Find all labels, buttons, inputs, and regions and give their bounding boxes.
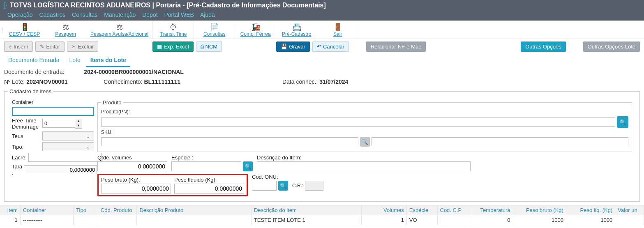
edit-label: Editar xyxy=(46,44,60,50)
ribbon-pesagem-avulsa[interactable]: ⚖Pesagem Avulsa/Adicional xyxy=(86,21,153,39)
rel-nfe-button[interactable]: Relacionar NF-e Mãe xyxy=(366,41,426,52)
codonu-input[interactable] xyxy=(252,181,277,191)
sku-desc-input[interactable] xyxy=(372,137,629,146)
ribbon-precadastro-label: Pré-Cadastro xyxy=(280,31,313,37)
spinner-up-icon[interactable]: ▲ xyxy=(75,119,82,124)
ribbon-pesagem[interactable]: ⚖Pesagem xyxy=(45,21,86,39)
export-excel-button[interactable]: ▦Exp. Excel xyxy=(152,41,193,52)
pesobruto-input[interactable] xyxy=(101,184,171,193)
col-cod-cp[interactable]: Cod. C.P xyxy=(438,205,473,215)
ribbon-consultas[interactable]: 📄Consultas xyxy=(194,21,235,39)
freetime-spinner[interactable]: ▲▼ xyxy=(42,119,82,129)
menu-cadastros[interactable]: Cadastros xyxy=(39,12,65,18)
col-especie[interactable]: Espécie xyxy=(407,205,438,215)
tag-icon: ⎙ xyxy=(201,44,204,50)
tab-documento-entrada[interactable]: Documento Entrada xyxy=(4,54,64,67)
cell-pl: 1000 xyxy=(566,215,615,225)
delete-button[interactable]: ✂Excluir xyxy=(67,41,98,52)
card-icon: 📇 xyxy=(280,23,313,31)
col-container[interactable]: Container xyxy=(21,205,74,215)
pesoliq-input[interactable] xyxy=(174,184,244,193)
lacre-input[interactable] xyxy=(28,153,102,162)
peso-highlight-box: Peso bruto (Kg): Peso líquido (Kg): xyxy=(97,174,248,196)
title-bar: [· TOTVS LOGÍSTICA RECINTOS ADUANEIROS |… xyxy=(0,0,644,11)
tab-lote[interactable]: Lote xyxy=(65,54,85,67)
menu-consultas[interactable]: Consultas xyxy=(72,12,97,18)
delete-label: Excluir xyxy=(78,44,94,50)
scissors-icon: ✂ xyxy=(72,44,76,50)
tipo-combo[interactable] xyxy=(42,142,94,151)
ribbon: ⋮ 🚦CESV / CESP ⚖Pesagem ⚖Pesagem Avulsa/… xyxy=(0,21,644,39)
menu-manutencao[interactable]: Manutenção xyxy=(104,12,136,18)
outras-opcoes-button[interactable]: Outras Opções xyxy=(521,41,566,52)
cadastro-itens-legend: Cadastro de itens xyxy=(8,88,53,94)
produto-pn-input[interactable] xyxy=(101,117,615,127)
ribbon-cesv[interactable]: 🚦CESV / CESP xyxy=(4,21,45,39)
col-desc-item[interactable]: Descrição do item xyxy=(252,205,362,215)
train-icon: 🚂 xyxy=(239,23,272,31)
ribbon-transittime-label: Transit Time xyxy=(157,31,189,37)
outras-opcoes-label: Outras Opções xyxy=(525,44,561,50)
descitem-input[interactable] xyxy=(257,161,471,171)
col-item[interactable]: Item xyxy=(0,205,21,215)
ribbon-precadastro[interactable]: 📇Pré-Cadastro xyxy=(276,21,317,39)
produto-lookup-button[interactable]: 🔍 xyxy=(617,116,628,128)
codonu-lookup-button[interactable]: 🔍 xyxy=(278,181,288,191)
menu-operacao[interactable]: Operação xyxy=(7,12,32,18)
teus-combo[interactable] xyxy=(42,131,94,140)
tab-itens-do-lote[interactable]: Itens do Lote xyxy=(86,54,130,67)
ncm-button[interactable]: ⎙NCM xyxy=(196,41,222,52)
insert-button[interactable]: ⎀Inserir xyxy=(4,41,33,52)
ribbon-transittime[interactable]: ⏱Transit Time xyxy=(153,21,194,39)
save-label: Gravar xyxy=(289,44,305,50)
ribbon-cesv-label: CESV / CESP xyxy=(8,31,41,37)
menu-ajuda[interactable]: Ajuda xyxy=(200,12,215,18)
teus-label: Teus xyxy=(12,133,41,139)
col-peso-liq[interactable]: Peso líq. (Kg) xyxy=(566,205,615,215)
lower-fields: Qtde. volumes Espécie : 🔍 Descrição do I… xyxy=(97,154,632,171)
table-row[interactable]: 1 ----------- TESTE ITEM LOTE 1 1 VO 0 1… xyxy=(0,215,644,225)
ribbon-handle[interactable]: ⋮ xyxy=(0,21,4,39)
spinner-down-icon[interactable]: ▼ xyxy=(75,124,82,128)
search-icon: 🔍 xyxy=(361,139,368,145)
clock-icon: ⏱ xyxy=(157,23,189,31)
ribbon-sair[interactable]: 🚪Sair xyxy=(317,21,358,39)
col-tipo[interactable]: Tipo xyxy=(74,205,98,215)
especie-lookup-button[interactable]: 🔍 xyxy=(243,161,253,171)
cell-descp xyxy=(137,215,251,225)
tab-strip: Documento Entrada Lote Itens do Lote xyxy=(4,54,640,67)
ribbon-compferrea[interactable]: 🚂Comp. Férrea xyxy=(235,21,276,39)
col-cod-produto[interactable]: Cód. Produto xyxy=(98,205,137,215)
col-temperatura[interactable]: Temperatura xyxy=(472,205,513,215)
col-volumes[interactable]: Volumes xyxy=(362,205,406,215)
produto-legend: Produto xyxy=(101,99,123,106)
edit-button[interactable]: ✎Editar xyxy=(35,41,65,52)
cadastro-itens-group: Cadastro de itens Container Free-Time De… xyxy=(4,88,640,202)
codonu-label: Cod. ONU: xyxy=(252,174,323,180)
scale-icon: ⚖ xyxy=(49,23,82,31)
produto-group: Produto Produto(PN): 🔍 SKU: 🔍 xyxy=(97,99,632,152)
doc-entrada-row: Documento de entrada: 2024-00000BR000000… xyxy=(0,67,644,77)
col-valor-un[interactable]: Valor un xyxy=(615,205,644,215)
app-icon: [· xyxy=(3,2,7,9)
qtde-input[interactable] xyxy=(97,161,167,171)
col-desc-produto[interactable]: Descrição Produto xyxy=(137,205,251,215)
cell-temp: 0 xyxy=(472,215,513,225)
col-peso-bruto[interactable]: Peso bruto (Kg) xyxy=(513,205,566,215)
sku-input[interactable] xyxy=(101,137,358,146)
pesobruto-label: Peso bruto (Kg): xyxy=(101,177,171,183)
especie-input[interactable] xyxy=(171,161,241,171)
tara-label: Tara : xyxy=(12,164,22,176)
sku-lookup-button[interactable]: 🔍 xyxy=(360,137,370,147)
outras-opcoes-lote-button[interactable]: Outras Opções Lote xyxy=(583,41,640,52)
insert-label: Inserir xyxy=(14,44,28,50)
qtde-label: Qtde. volumes xyxy=(97,154,167,161)
export-excel-label: Exp. Excel xyxy=(164,44,189,50)
container-input[interactable] xyxy=(12,107,94,116)
save-button[interactable]: 💾Gravar xyxy=(276,41,310,52)
menu-depot[interactable]: Depot xyxy=(142,12,157,18)
exit-icon: 🚪 xyxy=(321,23,354,31)
menu-portalweb[interactable]: Portal WEB xyxy=(164,12,194,18)
freetime-input[interactable] xyxy=(42,119,75,128)
cancel-button[interactable]: ↶Cancelar xyxy=(312,41,349,52)
